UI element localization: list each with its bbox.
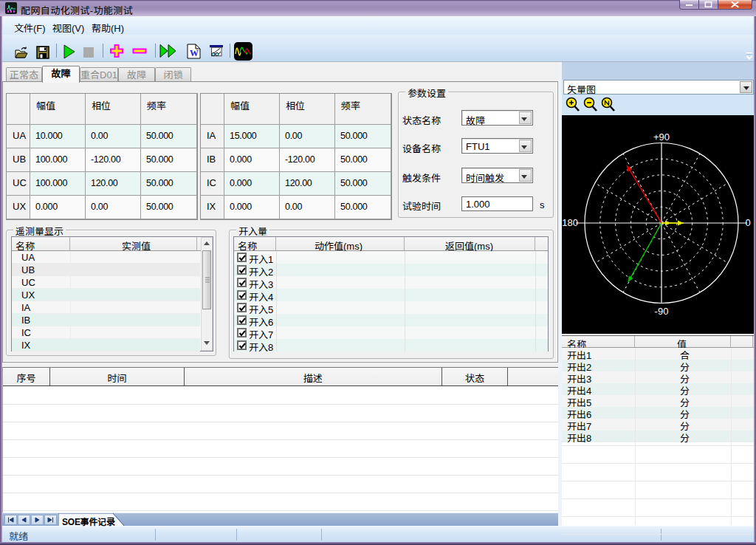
svg-text:+90: +90 (653, 131, 670, 143)
svg-text:0: 0 (745, 217, 750, 228)
svg-text:180: 180 (562, 217, 578, 228)
svg-text:-90: -90 (655, 306, 669, 317)
svg-text:W: W (190, 48, 199, 58)
